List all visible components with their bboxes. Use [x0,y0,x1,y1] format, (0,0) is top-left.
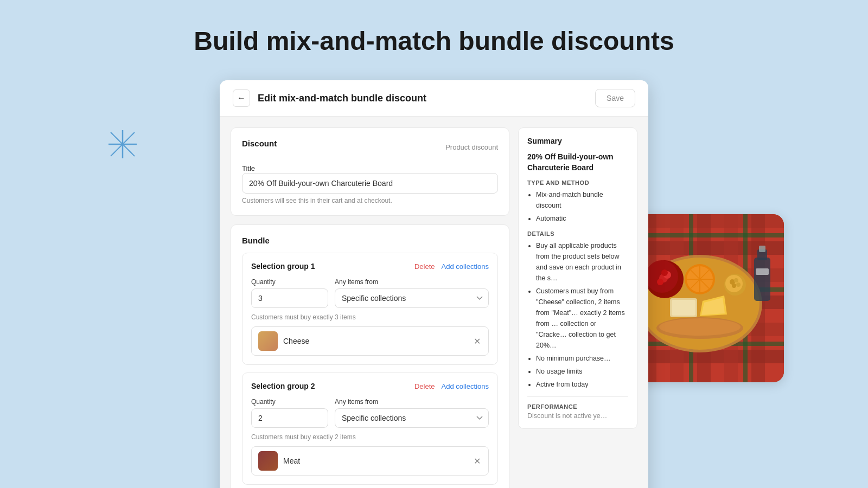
modal-container: ← Edit mix-and-match bundle discount Sav… [220,80,648,488]
summary-title: Summary [527,137,628,145]
group-1-quantity-input[interactable] [251,288,328,308]
svg-point-49 [732,284,736,288]
title-hint: Customers will see this in their cart an… [242,197,498,204]
svg-point-50 [736,282,741,287]
group-2-quantity-field: Quantity [251,398,328,428]
discount-card: Discount Product discount Title Customer… [231,127,509,216]
bundle-section-title: Bundle [242,236,498,245]
modal-header: ← Edit mix-and-match bundle discount Sav… [220,80,648,117]
bundle-section: Bundle Selection group 1 Delete Add coll… [231,224,509,488]
group-2-items-field: Any items from Specific collections [335,398,489,428]
star-decoration-left [108,130,137,163]
group-1-quantity-field: Quantity [251,278,328,308]
performance-label: Performance [527,403,628,410]
group-1-collection-cheese: Cheese ✕ [251,326,489,356]
summary-detail-2: Customers must buy from "Cheese" collect… [536,286,628,351]
back-button[interactable]: ← [233,89,250,107]
left-panel: Discount Product discount Title Customer… [231,127,509,488]
group-2-remove-meat[interactable]: ✕ [473,455,482,467]
performance-section: Performance Discount is not active ye… [527,396,628,420]
svg-point-56 [659,318,741,336]
group-2-items-label: Any items from [335,398,489,406]
summary-detail-3: No minimum purchase… [536,353,628,364]
cheese-thumb [258,331,278,351]
svg-rect-54 [756,268,769,275]
summary-type-item-1: Mix-and-match bundle discount [536,189,628,211]
modal-title: Edit mix-and-match bundle discount [258,93,426,104]
summary-card: Summary 20% Off Build-your-own Charcuter… [518,127,637,429]
meat-name: Meat [283,457,467,465]
title-field-group: Title Customers will see this in their c… [242,163,498,204]
page-title: Build mix-and-match bundle discounts [0,0,868,73]
group-2-add-collections[interactable]: Add collections [442,382,489,390]
group-2-items-select[interactable]: Specific collections [335,408,489,428]
summary-type-method-list: Mix-and-match bundle discount Automatic [527,189,628,224]
group-2-actions: Delete Add collections [414,382,489,390]
svg-rect-53 [759,246,765,252]
right-panel: Summary 20% Off Build-your-own Charcuter… [518,127,637,488]
save-button[interactable]: Save [595,89,635,107]
modal-header-left: ← Edit mix-and-match bundle discount [233,89,426,107]
summary-detail-5: Active from today [536,379,628,390]
svg-point-34 [661,269,668,276]
summary-detail-1: Buy all applicable products from the pro… [536,240,628,284]
summary-type-method-label: TYPE AND METHOD [527,179,628,186]
group-2-delete[interactable]: Delete [414,382,435,390]
cheese-name: Cheese [283,337,467,345]
title-field-label: Title [242,164,255,172]
selection-group-1: Selection group 1 Delete Add collections… [242,253,498,365]
group-1-add-collections[interactable]: Add collections [442,262,489,271]
performance-text: Discount is not active ye… [527,412,628,420]
discount-section-title: Discount [242,139,277,148]
selection-group-1-header: Selection group 1 Delete Add collections [251,262,489,271]
group-1-actions: Delete Add collections [414,262,489,271]
selection-group-2-title: Selection group 2 [251,382,315,390]
svg-rect-51 [754,258,770,301]
group-2-buy-hint: Customers must buy exactly 2 items [251,433,489,441]
selection-group-2: Selection group 2 Delete Add collections… [242,373,498,485]
group-1-buy-hint: Customers must buy exactly 3 items [251,313,489,321]
summary-type-item-2: Automatic [536,213,628,224]
group-1-quantity-label: Quantity [251,278,328,286]
selection-group-1-title: Selection group 1 [251,262,315,271]
group-2-collection-meat: Meat ✕ [251,446,489,476]
summary-details-list: Buy all applicable products from the pro… [527,240,628,390]
title-input[interactable] [242,173,498,194]
summary-discount-name: 20% Off Build-your-own Charcuterie Board [527,152,628,173]
group-1-items-select[interactable]: Specific collections [335,288,489,308]
group-1-items-field: Any items from Specific collections [335,278,489,308]
product-discount-label: Product discount [445,143,498,151]
modal-body: Discount Product discount Title Customer… [220,117,648,488]
group-1-delete[interactable]: Delete [414,262,435,271]
meat-thumb [258,451,278,471]
discount-header: Discount Product discount [242,139,498,156]
group-2-fields: Quantity Any items from Specific collect… [251,398,489,428]
group-1-remove-cheese[interactable]: ✕ [473,335,482,348]
group-1-items-label: Any items from [335,278,489,286]
group-2-quantity-label: Quantity [251,398,328,406]
group-1-fields: Quantity Any items from Specific collect… [251,278,489,308]
group-2-quantity-input[interactable] [251,408,328,428]
svg-point-48 [734,278,738,282]
svg-point-33 [657,279,663,285]
back-icon: ← [237,93,246,103]
selection-group-2-header: Selection group 2 Delete Add collections [251,382,489,390]
svg-rect-42 [672,300,695,316]
summary-detail-4: No usage limits [536,366,628,377]
summary-details-label: DETAILS [527,230,628,237]
